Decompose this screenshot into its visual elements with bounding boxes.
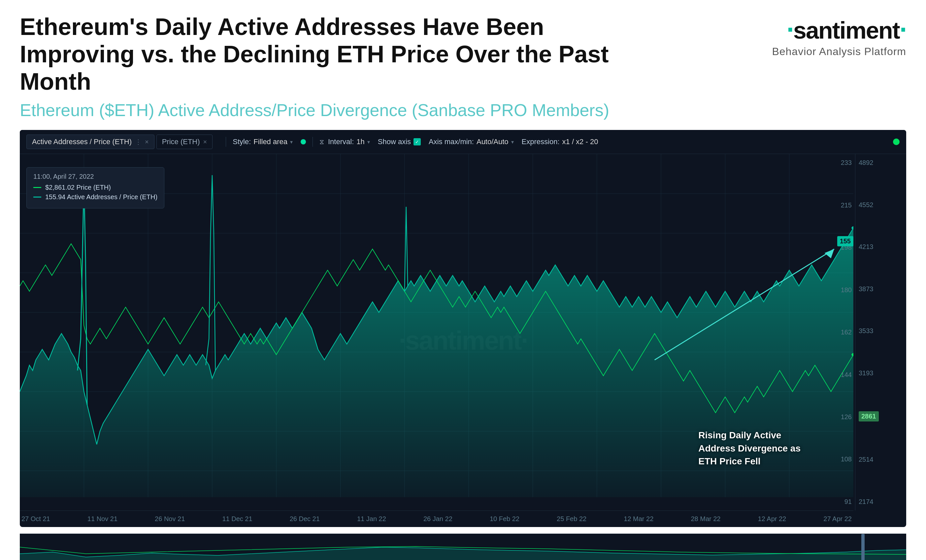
y-right-4892: 4892 xyxy=(859,159,873,166)
chart-tooltip: 11:00, April 27, 2022 $2,861.02 Price (E… xyxy=(26,167,164,208)
y-axis-left: 233 215 198 180 162 144 126 108 91 xyxy=(834,154,853,510)
style-selector[interactable]: Style: Filled area ▾ xyxy=(233,137,293,146)
mini-chart xyxy=(20,534,906,560)
axis-maxmin-selector[interactable]: Axis max/min: Auto/Auto ▾ xyxy=(429,137,514,146)
y-right-4213: 4213 xyxy=(859,243,873,251)
x-label-8: 25 Feb 22 xyxy=(557,515,586,523)
main-title: Ethereum's Daily Active Addresses Have B… xyxy=(20,13,614,95)
style-value: Filled area xyxy=(253,137,287,146)
y-label-233: 233 xyxy=(841,159,852,166)
y-right-4552: 4552 xyxy=(859,201,873,209)
behavior-analysis-text: Behavior Analysis Platform xyxy=(772,45,906,58)
y-right-3873: 3873 xyxy=(859,285,873,293)
expression-value: x1 / x2 - 20 xyxy=(562,137,598,146)
y-right-2514: 2514 xyxy=(859,456,873,463)
tab1-more-icon[interactable]: ⋮ xyxy=(135,138,142,146)
show-axis-label: Show axis xyxy=(378,137,411,146)
subtitle: Ethereum ($ETH) Active Address/Price Div… xyxy=(20,100,772,120)
header-left: Ethereum's Daily Active Addresses Have B… xyxy=(20,13,772,120)
chart-toolbar: Active Addresses / Price (ETH) ⋮ × Price… xyxy=(20,130,906,154)
tab-active-addresses[interactable]: Active Addresses / Price (ETH) ⋮ × xyxy=(26,134,154,149)
x-axis: 27 Oct 21 11 Nov 21 26 Nov 21 11 Dec 21 … xyxy=(20,510,853,527)
tab2-label: Price (ETH) xyxy=(162,137,200,146)
expression-label: Expression: xyxy=(522,137,560,146)
style-label: Style: xyxy=(233,137,251,146)
x-label-2: 26 Nov 21 xyxy=(155,515,185,523)
expression-display: Expression: x1 / x2 - 20 xyxy=(522,137,598,146)
logo-dot-left: · xyxy=(787,15,793,44)
logo-dot-right: · xyxy=(900,15,906,44)
y-label-126: 126 xyxy=(841,413,852,421)
santiment-logo: ·santiment· xyxy=(787,17,906,43)
x-label-5: 11 Jan 22 xyxy=(357,515,386,523)
price-badge-2861: 2861 xyxy=(859,411,879,421)
logo-name: santiment xyxy=(793,17,900,44)
y-right-2174: 2174 xyxy=(859,498,873,506)
color-dot[interactable] xyxy=(301,139,306,145)
x-label-11: 12 Apr 22 xyxy=(758,515,787,523)
interval-chevron: ▾ xyxy=(367,139,370,145)
x-label-4: 26 Dec 21 xyxy=(290,515,320,523)
y-label-215: 215 xyxy=(841,202,852,209)
y-right-3533: 3533 xyxy=(859,327,873,335)
tooltip-price-value: $2,861.02 Price (ETH) xyxy=(45,184,111,191)
header-right: ·santiment· Behavior Analysis Platform xyxy=(772,13,906,58)
y-label-108: 108 xyxy=(841,456,852,463)
y-right-3193: 3193 xyxy=(859,369,873,377)
tooltip-price-color xyxy=(33,187,41,188)
axis-maxmin-chevron: ▾ xyxy=(511,139,514,145)
tab-price[interactable]: Price (ETH) × xyxy=(156,134,213,149)
tab1-label: Active Addresses / Price (ETH) xyxy=(32,137,132,146)
interval-value: 1h xyxy=(356,137,364,146)
status-indicator xyxy=(893,139,900,145)
x-label-1: 11 Nov 21 xyxy=(88,515,118,523)
axis-maxmin-value: Auto/Auto xyxy=(477,137,508,146)
interval-icon: ⧖ xyxy=(319,138,324,146)
tooltip-active-value: 155.94 Active Addresses / Price (ETH) xyxy=(45,193,157,201)
tooltip-price-row: $2,861.02 Price (ETH) xyxy=(33,184,157,191)
show-axis-checkbox[interactable] xyxy=(413,138,421,145)
interval-label: Interval: xyxy=(328,137,354,146)
y-axis-right: 4892 4552 4213 3873 3533 3193 2861 2514 … xyxy=(855,154,906,510)
interval-selector[interactable]: ⧖ Interval: 1h ▾ xyxy=(319,137,370,146)
chart-container: Active Addresses / Price (ETH) ⋮ × Price… xyxy=(20,130,906,527)
tooltip-active-row: 155.94 Active Addresses / Price (ETH) xyxy=(33,193,157,201)
svg-marker-21 xyxy=(825,249,834,258)
tab2-close-icon[interactable]: × xyxy=(203,138,207,146)
chart-body: ·santiment· 11:00, April 27, 2022 $2,861… xyxy=(20,154,906,527)
x-label-7: 10 Feb 22 xyxy=(490,515,519,523)
y-label-144: 144 xyxy=(841,371,852,379)
y-label-180: 180 xyxy=(841,286,852,294)
style-chevron: ▾ xyxy=(290,139,293,145)
mini-chart-svg xyxy=(20,534,906,560)
tab1-close-icon[interactable]: × xyxy=(145,138,149,146)
axis-maxmin-label: Axis max/min: xyxy=(429,137,474,146)
tooltip-active-color xyxy=(33,196,41,198)
x-label-6: 26 Jan 22 xyxy=(424,515,452,523)
toolbar-separator xyxy=(226,137,226,147)
x-label-10: 28 Mar 22 xyxy=(691,515,720,523)
header: Ethereum's Daily Active Addresses Have B… xyxy=(0,0,926,127)
x-label-3: 11 Dec 21 xyxy=(222,515,252,523)
y-label-162: 162 xyxy=(841,329,852,336)
x-label-12: 27 Apr 22 xyxy=(823,515,852,523)
active-addr-badge: 155 xyxy=(837,236,853,246)
show-axis-toggle[interactable]: Show axis xyxy=(378,137,421,146)
tooltip-date: 11:00, April 27, 2022 xyxy=(33,173,157,180)
x-label-0: 27 Oct 21 xyxy=(21,515,50,523)
y-label-91: 91 xyxy=(844,498,852,506)
svg-rect-26 xyxy=(861,534,865,560)
x-label-9: 12 Mar 22 xyxy=(624,515,654,523)
